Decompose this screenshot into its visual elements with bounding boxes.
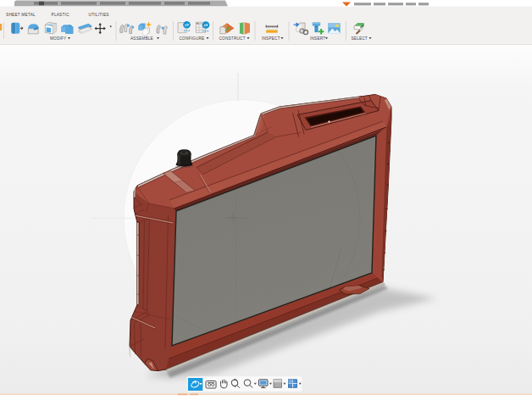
svg-text:MODIFY: MODIFY bbox=[50, 36, 67, 41]
svg-text:UTILITIES: UTILITIES bbox=[89, 13, 109, 17]
svg-text:PLASTIC: PLASTIC bbox=[52, 13, 70, 17]
svg-text:CONSTRUCT: CONSTRUCT bbox=[219, 36, 246, 41]
svg-text:INSERT: INSERT bbox=[310, 36, 325, 41]
svg-text:SELECT: SELECT bbox=[352, 36, 368, 41]
svg-text:SHEET METAL: SHEET METAL bbox=[6, 13, 36, 17]
svg-text:ASSEMBLE: ASSEMBLE bbox=[130, 36, 153, 41]
svg-text:INSPECT: INSPECT bbox=[262, 36, 280, 41]
svg-text:CONFIGURE: CONFIGURE bbox=[180, 36, 205, 41]
